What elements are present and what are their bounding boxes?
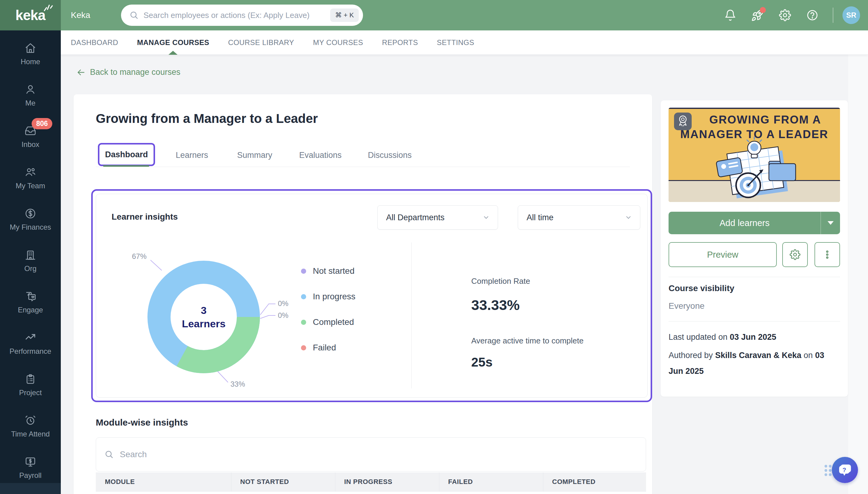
course-tab-learners[interactable]: Learners bbox=[176, 151, 208, 160]
department-filter-select[interactable]: All Departments bbox=[377, 205, 498, 230]
sidebar-item-label: Payroll bbox=[19, 471, 41, 480]
thumbnail-title-line1: GROWING FROM A bbox=[709, 113, 821, 126]
gear-icon bbox=[790, 249, 801, 260]
course-tab-summary[interactable]: Summary bbox=[237, 151, 272, 160]
help-icon[interactable] bbox=[805, 8, 820, 22]
completion-rate-label: Completion Rate bbox=[471, 277, 530, 286]
course-tab-discussions[interactable]: Discussions bbox=[368, 151, 412, 160]
donut-legend: Not started In progress Completed Failed bbox=[301, 266, 355, 353]
course-visibility-value: Everyone bbox=[669, 301, 705, 311]
tab-manage-courses[interactable]: MANAGE COURSES bbox=[137, 31, 210, 55]
chat-bubble-question-icon: ? bbox=[837, 462, 853, 478]
sidebar-item-my-team[interactable]: My Team bbox=[0, 157, 61, 199]
column-not-started: NOT STARTED bbox=[240, 472, 289, 491]
column-separator bbox=[231, 472, 231, 494]
sidebar-item-label: Performance bbox=[9, 347, 51, 356]
sidebar-item-time-attend[interactable]: Time Attend bbox=[0, 406, 61, 447]
course-title: Growing from a Manager to a Leader bbox=[96, 111, 318, 126]
time-filter-select[interactable]: All time bbox=[518, 205, 640, 230]
preview-button[interactable]: Preview bbox=[669, 242, 777, 267]
legend-dot bbox=[301, 294, 306, 299]
settings-gear-icon[interactable] bbox=[778, 8, 792, 22]
active-course-tab-underline bbox=[103, 165, 149, 167]
widget-drag-handle[interactable] bbox=[825, 465, 832, 475]
sidebar-item-engage[interactable]: Engage bbox=[0, 282, 61, 323]
app-root: keka Keka ⌘ + K bbox=[0, 0, 868, 494]
sidebar-item-label: Me bbox=[25, 99, 35, 107]
add-learners-button[interactable]: Add learners bbox=[669, 212, 840, 234]
user-avatar[interactable]: SR bbox=[843, 6, 860, 24]
whats-new-rocket-icon[interactable] bbox=[751, 8, 765, 22]
course-settings-button[interactable] bbox=[782, 242, 808, 267]
sidebar-item-home[interactable]: Home bbox=[0, 34, 61, 75]
user-icon bbox=[25, 84, 36, 95]
module-search-input[interactable] bbox=[120, 450, 637, 459]
dollar-circle-icon bbox=[25, 208, 36, 219]
learner-insights-panel: Learner insights All Departments All tim… bbox=[91, 189, 652, 402]
tab-settings[interactable]: SETTINGS bbox=[437, 31, 474, 55]
left-sidebar: Home Me 806 Inbox My Team My Finances Or… bbox=[0, 31, 61, 494]
app-label: Keka bbox=[71, 0, 90, 31]
global-search[interactable]: ⌘ + K bbox=[121, 4, 363, 26]
insights-vertical-divider bbox=[411, 243, 412, 388]
tab-row-divider bbox=[96, 167, 630, 167]
global-search-input[interactable] bbox=[143, 11, 330, 20]
alarm-clock-icon bbox=[25, 415, 36, 426]
sidebar-item-org[interactable]: Org bbox=[0, 240, 61, 282]
chevron-down-icon bbox=[482, 214, 490, 221]
notifications-bell-icon[interactable] bbox=[723, 8, 737, 22]
sidebar-item-label: My Team bbox=[16, 182, 45, 190]
kebab-menu-icon bbox=[822, 249, 833, 260]
panel-divider bbox=[669, 277, 840, 277]
sidebar-item-performance[interactable]: Performance bbox=[0, 323, 61, 364]
tab-dashboard[interactable]: DASHBOARD bbox=[71, 31, 118, 55]
building-icon bbox=[25, 249, 36, 261]
add-learners-dropdown-toggle[interactable] bbox=[821, 212, 840, 234]
help-chat-button[interactable]: ? bbox=[832, 457, 858, 483]
tab-my-courses[interactable]: MY COURSES bbox=[313, 31, 363, 55]
top-header: keka Keka ⌘ + K bbox=[0, 0, 868, 31]
sidebar-item-inbox[interactable]: 806 Inbox bbox=[0, 116, 61, 157]
chevron-down-icon bbox=[625, 214, 632, 221]
module-search-box[interactable] bbox=[96, 437, 646, 472]
legend-item-failed: Failed bbox=[301, 343, 355, 353]
sidebar-item-label: Org bbox=[24, 264, 37, 273]
legend-item-not-started: Not started bbox=[301, 266, 355, 276]
sidebar-item-me[interactable]: Me bbox=[0, 75, 61, 116]
panel-divider bbox=[669, 321, 840, 322]
arrow-left-icon bbox=[76, 68, 86, 77]
author-name: Skills Caravan & Keka bbox=[715, 351, 802, 360]
course-tab-dashboard[interactable]: Dashboard bbox=[98, 143, 155, 166]
tab-reports[interactable]: REPORTS bbox=[382, 31, 418, 55]
search-icon bbox=[104, 450, 114, 459]
course-thumbnail: GROWING FROM A MANAGER TO A LEADER bbox=[669, 108, 840, 202]
tab-course-library[interactable]: COURSE LIBRARY bbox=[228, 31, 294, 55]
last-updated-date: 03 Jun 2025 bbox=[730, 332, 776, 342]
logo-spark-icon bbox=[43, 3, 53, 12]
team-icon bbox=[25, 166, 36, 178]
course-more-actions-button[interactable] bbox=[814, 242, 840, 267]
active-tab-triangle bbox=[169, 51, 178, 55]
caret-down-icon bbox=[828, 221, 834, 225]
rocket-notification-dot bbox=[760, 7, 766, 13]
course-dashboard-card: Growing from a Manager to a Leader Dashb… bbox=[74, 94, 652, 494]
slice-label-not-started: 0% bbox=[278, 299, 289, 308]
legend-dot bbox=[301, 269, 306, 274]
sidebar-item-my-finances[interactable]: My Finances bbox=[0, 199, 61, 240]
legend-dot bbox=[301, 320, 306, 325]
clipboard-icon bbox=[25, 373, 36, 385]
learner-status-donut-chart: 3 Learners 67% 0% 0% 33% bbox=[128, 248, 298, 395]
sidebar-item-project[interactable]: Project bbox=[0, 364, 61, 406]
sidebar-item-payroll[interactable]: Payroll bbox=[0, 447, 61, 489]
slice-label-in-progress: 67% bbox=[132, 252, 146, 261]
column-separator bbox=[335, 472, 335, 494]
svg-text:?: ? bbox=[843, 467, 846, 473]
course-tab-evaluations[interactable]: Evaluations bbox=[299, 151, 342, 160]
back-to-manage-courses-link[interactable]: Back to manage courses bbox=[76, 68, 180, 77]
search-shortcut-chip: ⌘ + K bbox=[330, 8, 359, 22]
keka-logo[interactable]: keka bbox=[0, 0, 61, 31]
payroll-monitor-icon bbox=[25, 456, 36, 468]
slice-label-completed: 33% bbox=[231, 380, 245, 388]
sidebar-item-label: Engage bbox=[18, 306, 43, 314]
donut-svg bbox=[144, 258, 263, 376]
